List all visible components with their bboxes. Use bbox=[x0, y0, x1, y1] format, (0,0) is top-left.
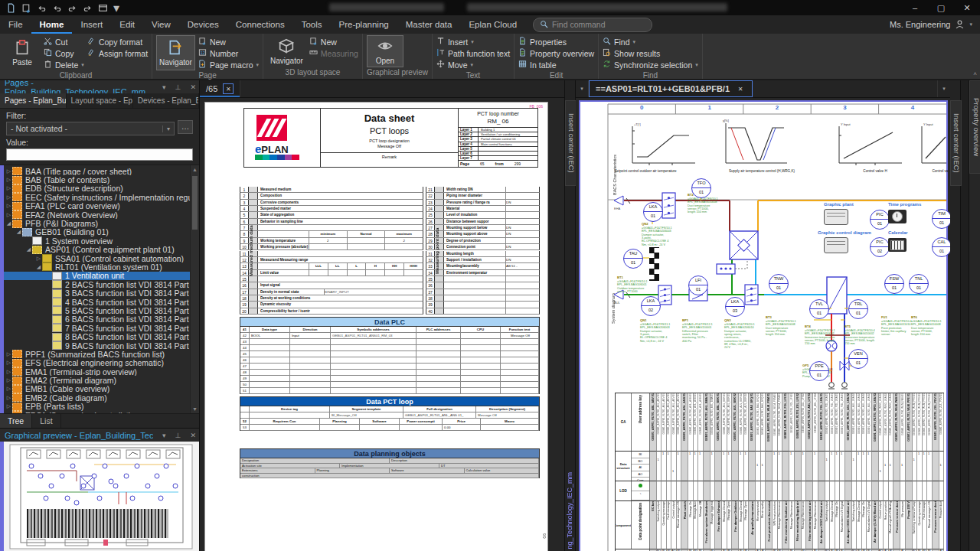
caret-expanded-icon[interactable]: ◢ bbox=[35, 264, 42, 270]
minimize-button[interactable]: – bbox=[902, 0, 928, 15]
matrix-group-column[interactable]: GEB01_ASP01_RLT01_ABL_BSK 01Fire damper … bbox=[715, 393, 722, 551]
tree-item[interactable]: 1 System overview bbox=[4, 236, 190, 245]
tree-item[interactable]: ▷EMA1 (Terminal-strip overview) bbox=[4, 367, 190, 376]
undo-icon[interactable] bbox=[52, 3, 62, 13]
caret-collapsed-icon[interactable]: ▷ bbox=[5, 377, 12, 383]
tree-item[interactable]: ▷EMA2 (Terminal diagram) bbox=[4, 376, 190, 384]
navigator-button[interactable]: Navigator bbox=[156, 35, 195, 70]
tree-item[interactable]: ◢RLT01 (Ventilation system 01) bbox=[4, 262, 190, 271]
close-icon[interactable]: ✕ bbox=[187, 432, 199, 439]
matrix-group-column[interactable]: GEB01_ASP01_RLT01_WRG_LKA 03Air damper (… bbox=[872, 393, 879, 551]
new-page-icon[interactable] bbox=[6, 3, 16, 13]
datasheet-canvas[interactable]: FB_006 66 ePLAN Data sheet PCT loops bbox=[200, 98, 564, 551]
tree-item[interactable]: ▷BAB (Table of contents) bbox=[4, 175, 190, 184]
ribbon-tab-master-data[interactable]: Master data bbox=[397, 15, 461, 34]
tree-item[interactable]: ▷EEC (Safety instructions / Implementati… bbox=[4, 193, 190, 201]
close-button[interactable]: ✕ bbox=[954, 0, 980, 15]
tree-item[interactable]: ◢ASP01 (Control equipment plant 01) bbox=[4, 246, 190, 254]
caret-collapsed-icon[interactable]: ▷ bbox=[5, 351, 12, 357]
pct-loop-symbol-lfi01[interactable]: LFI01 bbox=[688, 276, 708, 295]
calendar-icon[interactable] bbox=[888, 238, 906, 252]
pct-loop-symbol-tfo01[interactable]: TFO01 bbox=[691, 178, 711, 198]
find-button[interactable]: Find▾ bbox=[603, 36, 698, 47]
matrix-group-column[interactable]: GEB01_ASP01_RLT01_ZUL_LFI 02Filter monit… bbox=[795, 393, 802, 551]
pct-loop-symbol-fsw01[interactable]: FSW01 bbox=[884, 274, 904, 294]
matrix-group-column[interactable]: GEB01_ASP01_RLT01_ZUL_PDV 01Pressure sen… bbox=[933, 393, 939, 551]
value-input[interactable] bbox=[6, 148, 193, 161]
chevron-down-icon[interactable]: ▾ bbox=[159, 83, 169, 91]
ribbon-tab-tools[interactable]: Tools bbox=[293, 15, 331, 34]
chevron-down-icon[interactable]: ▾ bbox=[159, 432, 169, 439]
scroll-up-icon[interactable]: ▲ bbox=[191, 165, 199, 174]
copy-format-button[interactable]: Copy format bbox=[87, 36, 148, 47]
tab-property-overview[interactable]: Property overview bbox=[969, 80, 980, 174]
pct-loop-symbol-ppe01[interactable]: PPE01 bbox=[809, 361, 829, 381]
ribbon-collapse-icon[interactable]: ˄ bbox=[973, 70, 977, 77]
matrix-group-column[interactable]: GEB01_ASP01_RLT01_AUL_BSK 02Fire damper … bbox=[732, 393, 739, 551]
caret-collapsed-icon[interactable]: ▷ bbox=[5, 395, 12, 401]
tree-item[interactable]: 6 BACS function list VDI 3814 Part 4.3 bbox=[4, 315, 190, 324]
matrix-group-column[interactable]: GEB01_ASP01_RLT01_FOL_LFI 01Filter monit… bbox=[782, 393, 789, 551]
tree-item[interactable]: ▷PPF1 (Summarized BACS function list) bbox=[4, 350, 190, 358]
caret-collapsed-icon[interactable]: ▷ bbox=[5, 360, 12, 366]
matrix-sub-column[interactable]: GEB01_ASP01_RLT01_ZUL_PDV 011Pressure du… bbox=[939, 393, 945, 551]
open-page-icon[interactable] bbox=[21, 3, 31, 13]
tree-item[interactable]: ▷EMB1 (Cable overview) bbox=[4, 385, 190, 393]
caret-collapsed-icon[interactable]: ▷ bbox=[5, 203, 12, 209]
caret-collapsed-icon[interactable]: ▷ bbox=[5, 412, 12, 413]
graphic-plant-icon[interactable] bbox=[824, 209, 848, 225]
synchronize-selection-button[interactable]: Synchronize selection▾ bbox=[603, 59, 698, 70]
ribbon-tab-devices[interactable]: Devices bbox=[179, 15, 227, 34]
ribbon-tab-home[interactable]: Home bbox=[31, 15, 73, 34]
new-button[interactable]: New bbox=[198, 36, 259, 47]
paste-button[interactable]: Paste bbox=[4, 35, 41, 70]
matrix-group-column[interactable]: GEB01_ASP01_RLT01_BAU_BFQ 01Air quality/… bbox=[749, 393, 756, 551]
dock-tab-1[interactable]: Layout space - Eplan_... bbox=[67, 93, 133, 108]
tab-close-icon[interactable]: ✕ bbox=[735, 83, 746, 94]
caret-collapsed-icon[interactable]: ▷ bbox=[5, 194, 12, 201]
caret-collapsed-icon[interactable]: ▷ bbox=[5, 168, 12, 174]
pct-loop-symbol-tim01[interactable]: TIM01 bbox=[932, 209, 950, 229]
schematic-canvas[interactable]: +T[°] y[%] Y InputY Input 01234BACS Char… bbox=[576, 98, 950, 551]
user-area[interactable]: Ms. Engineering ▾ bbox=[890, 15, 980, 34]
maximize-button[interactable]: ▢ bbox=[928, 0, 954, 15]
delete-button[interactable]: Delete▾ bbox=[44, 59, 84, 70]
tree-item[interactable]: 7 BACS function list VDI 3814 Part 4.3 bbox=[4, 324, 190, 332]
scrollbar-thumb[interactable] bbox=[192, 176, 198, 230]
caret-collapsed-icon[interactable]: ▷ bbox=[5, 403, 12, 409]
pct-loop-symbol-lka02[interactable]: LKA02 bbox=[641, 296, 661, 316]
redo-icon[interactable] bbox=[67, 3, 77, 13]
preview-canvas[interactable] bbox=[0, 442, 199, 551]
tab-close-icon[interactable]: ✕ bbox=[223, 83, 234, 94]
caret-expanded-icon[interactable]: ◢ bbox=[25, 246, 32, 253]
tree-scrollbar[interactable]: ▲ ▼ bbox=[190, 165, 199, 413]
tab-scroll-right-icon[interactable]: ▾ bbox=[937, 80, 950, 97]
caret-collapsed-icon[interactable]: ▷ bbox=[5, 386, 12, 392]
cut-button[interactable]: Cut bbox=[44, 36, 84, 47]
tree-item[interactable]: ▷EFA2 (Network Overview) bbox=[4, 210, 190, 219]
quick-access-toolbar[interactable]: ▾ bbox=[0, 1, 119, 15]
preview-panel-header[interactable]: Graphical preview - Eplan_Building_Techn… bbox=[0, 429, 199, 442]
tree-item[interactable]: ▷BAA (Title page / cover sheet) bbox=[4, 167, 190, 175]
tab-insert-center-right[interactable]: Insert center (IEC) bbox=[950, 100, 962, 186]
caret-expanded-icon[interactable]: ◢ bbox=[5, 220, 12, 227]
tree-item[interactable]: 1 Ventilation unit bbox=[4, 272, 190, 280]
tree-item[interactable]: ▷EMB2 (Cable diagram) bbox=[4, 393, 190, 402]
copy-button[interactable]: Copy bbox=[44, 47, 84, 59]
open-button[interactable]: Open bbox=[367, 35, 403, 67]
tab-datasheet-page[interactable]: /65 ✕ bbox=[200, 80, 240, 97]
matrix-group-column[interactable]: GEB01_ASP01_RLT01_WLM_PSM 01Frost protec… bbox=[766, 393, 773, 551]
ribbon-tab-connections[interactable]: Connections bbox=[227, 15, 293, 34]
caret-collapsed-icon[interactable]: ▷ bbox=[5, 177, 12, 183]
matrix-group-column[interactable]: GEB01_ASP01_RLT01_ABL_ABV 01EC fan bbox=[650, 393, 657, 551]
tree-item[interactable]: ▷EFA1 (PLC card overview) bbox=[4, 202, 190, 210]
tree-item[interactable]: ▷EDB (Structure description) bbox=[4, 184, 190, 193]
pct-loop-symbol-ven01[interactable]: VEN01 bbox=[848, 349, 868, 369]
tree-item[interactable]: ▷EPB (Parts lists) bbox=[4, 403, 190, 411]
tab-schematic-page[interactable]: ==ASP01=RLT01++GEB01&PFB/1 ✕ bbox=[589, 80, 753, 97]
caret-expanded-icon[interactable]: ◢ bbox=[15, 229, 22, 235]
tab-insert-center-left[interactable]: Insert center (IEC) bbox=[565, 100, 577, 186]
filter-more-button[interactable]: … bbox=[178, 120, 193, 134]
in-table-button[interactable]: In table bbox=[518, 59, 594, 70]
path-function-text-button[interactable]: Path function text bbox=[436, 47, 510, 59]
